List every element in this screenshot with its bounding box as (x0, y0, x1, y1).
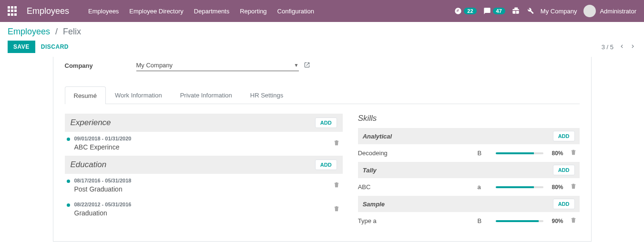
control-panel: Employees / Felix SAVE DISCARD 3 / 5 (0, 22, 644, 53)
activities-badge: 22 (464, 8, 476, 14)
timeline-item: 08/17/2016 - 05/31/2018 Post Graduation (65, 174, 343, 198)
delete-skill-button[interactable] (567, 183, 580, 191)
company-select[interactable]: My Company ▼ (136, 60, 299, 71)
messages-badge: 47 (493, 8, 505, 14)
pager-next-button[interactable] (630, 43, 636, 51)
caret-down-icon: ▼ (294, 63, 299, 68)
skill-name: Type a (358, 217, 474, 224)
nav-item-reporting[interactable]: Reporting (240, 8, 266, 15)
chat-icon (483, 7, 491, 15)
resume-column: Experience ADD 09/01/2018 - 01/31/2020 A… (65, 114, 343, 230)
apps-icon[interactable] (8, 6, 17, 16)
skill-group-header: Tally ADD (358, 162, 580, 178)
tab-resume[interactable]: Resumé (65, 86, 106, 104)
timeline-title: Graduation (74, 209, 330, 217)
skill-progress-fill (496, 186, 534, 188)
skill-row: Type a B 90% (358, 212, 580, 230)
gift-icon (512, 7, 520, 14)
skill-group-header: Analytical ADD (358, 128, 580, 144)
company-value: My Company (136, 62, 173, 69)
discard-button[interactable]: DISCARD (41, 43, 69, 50)
trash-icon (333, 205, 340, 212)
skill-group-name: Tally (363, 167, 377, 174)
avatar-icon (583, 5, 596, 17)
tools-button[interactable] (526, 7, 534, 16)
timeline-item: 09/01/2018 - 01/31/2020 ABC Experince (65, 132, 343, 156)
company-field-row: Company My Company ▼ (65, 57, 580, 77)
breadcrumb-separator: / (55, 27, 58, 36)
chevron-right-icon (630, 43, 636, 50)
breadcrumb: Employees / Felix (8, 27, 636, 37)
form-sheet: Company My Company ▼ Resumé Work Informa… (53, 57, 592, 242)
tab-work-info[interactable]: Work Information (106, 86, 171, 104)
company-label: Company (65, 62, 136, 69)
timeline-item: 08/22/2012 - 05/31/2016 Graduation (65, 198, 343, 222)
tab-hr-settings[interactable]: HR Settings (241, 86, 292, 104)
external-link-button[interactable] (304, 62, 310, 70)
timeline-dates: 08/22/2012 - 05/31/2016 (74, 202, 330, 207)
tab-content-resume: Experience ADD 09/01/2018 - 01/31/2020 A… (65, 104, 580, 230)
timeline-title: Post Graduation (74, 185, 330, 193)
tab-private-info[interactable]: Private Information (171, 86, 241, 104)
wrench-icon (526, 7, 534, 14)
timeline-dates: 09/01/2018 - 01/31/2020 (74, 136, 330, 141)
add-education-button[interactable]: ADD (315, 160, 337, 170)
add-skill-button[interactable]: ADD (553, 131, 575, 141)
chevron-left-icon (618, 43, 625, 50)
skills-column: Skills Analytical ADD Decodeing B 80% Ta… (358, 114, 580, 230)
skill-level: a (478, 183, 492, 191)
delete-item-button[interactable] (330, 205, 343, 213)
delete-skill-button[interactable] (567, 149, 580, 157)
nav-item-configuration[interactable]: Configuration (277, 8, 314, 15)
timeline-dot-icon (67, 180, 70, 183)
skill-group-name: Sample (363, 201, 385, 208)
tabs: Resumé Work Information Private Informat… (65, 86, 580, 104)
delete-skill-button[interactable] (567, 217, 580, 225)
add-skill-button[interactable]: ADD (553, 199, 575, 209)
nav-item-directory[interactable]: Employee Directory (129, 8, 183, 15)
company-switcher[interactable]: My Company (541, 8, 577, 15)
trash-icon (333, 139, 340, 146)
external-link-icon (304, 62, 310, 68)
skill-percent: 80% (547, 150, 563, 157)
skill-percent: 80% (547, 184, 563, 191)
pager-text: 3 / 5 (602, 43, 613, 51)
skill-progress-bar (496, 152, 543, 154)
messages-button[interactable]: 47 (483, 7, 505, 15)
pager-prev-button[interactable] (618, 43, 625, 51)
save-button[interactable]: SAVE (8, 41, 35, 53)
breadcrumb-root[interactable]: Employees (8, 27, 50, 36)
trash-icon (333, 181, 340, 188)
skill-row: Decodeing B 80% (358, 144, 580, 162)
skill-progress-bar (496, 186, 543, 188)
top-navbar: Employees Employees Employee Directory D… (0, 0, 644, 22)
activities-button[interactable]: 22 (454, 7, 476, 15)
skill-level: B (478, 149, 492, 157)
breadcrumb-current: Felix (63, 27, 81, 36)
add-experience-button[interactable]: ADD (315, 117, 337, 128)
section-title-education: Education (71, 160, 107, 170)
skills-title: Skills (358, 114, 580, 123)
skill-name: ABC (358, 183, 474, 191)
section-header-education: Education ADD (65, 156, 343, 174)
app-title: Employees (27, 6, 69, 16)
timeline-dates: 08/17/2016 - 05/31/2018 (74, 178, 330, 183)
add-skill-button[interactable]: ADD (553, 165, 575, 175)
gift-button[interactable] (512, 7, 520, 16)
nav-right: 22 47 My Company Administrator (454, 5, 636, 17)
nav-item-departments[interactable]: Departments (194, 8, 229, 15)
skill-progress-fill (496, 152, 534, 154)
timeline-title: ABC Experince (74, 143, 330, 151)
user-menu[interactable]: Administrator (583, 5, 636, 17)
delete-item-button[interactable] (330, 139, 343, 148)
nav-menu: Employees Employee Directory Departments… (88, 8, 314, 15)
delete-item-button[interactable] (330, 181, 343, 190)
trash-icon (570, 149, 577, 156)
nav-item-employees[interactable]: Employees (88, 8, 119, 15)
skill-group-name: Analytical (363, 133, 392, 140)
skill-progress-fill (496, 220, 539, 222)
skill-row: ABC a 80% (358, 178, 580, 196)
pager: 3 / 5 (602, 43, 636, 51)
clock-icon (454, 7, 462, 15)
section-header-experience: Experience ADD (65, 114, 343, 132)
